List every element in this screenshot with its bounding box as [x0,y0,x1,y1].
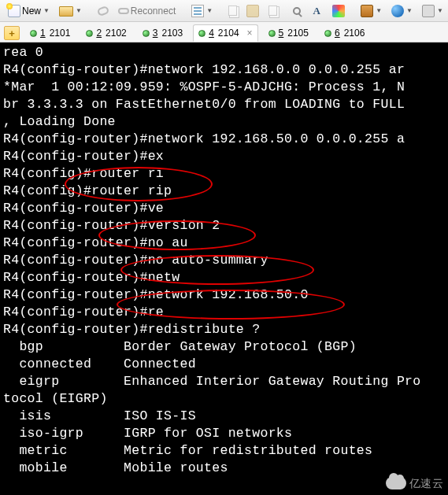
chevron-down-icon: ▼ [437,7,443,14]
color-button[interactable] [328,2,349,20]
tab-session-2104[interactable]: 4 2104× [193,24,257,42]
tab-label: 2101 [50,28,71,39]
watermark: 亿速云 [386,475,443,492]
reconnect-icon [118,8,129,14]
font-icon: A [310,5,323,17]
add-tab-button[interactable]: + [4,26,20,40]
list-button[interactable]: ▼ [187,2,217,20]
font-button[interactable]: A [306,2,327,20]
status-dot-icon [143,30,150,37]
package-button[interactable]: ▼ [357,2,386,20]
tab-bar: + 1 21012 21023 21034 2104×5 21056 2106 [0,22,448,42]
status-dot-icon [30,30,37,37]
status-dot-icon [268,30,276,37]
globe-button[interactable]: ▼ [387,2,417,20]
terminal-text: rea 0 R4(config-router)#network 192.168.… [3,44,445,477]
link-icon [97,5,110,16]
close-tab-icon[interactable]: × [247,28,253,39]
package-icon [361,5,373,17]
tab-session-2105[interactable]: 5 2105 [263,24,314,42]
copy-icon [228,6,237,16]
paste-button[interactable] [243,2,263,20]
status-dot-icon [86,30,93,37]
status-dot-icon [198,30,205,37]
tab-label: 2102 [106,28,127,39]
status-dot-icon [324,30,331,37]
tab-label: 2104 [218,28,239,39]
globe-icon [391,5,404,17]
cloud-icon [386,477,406,489]
folder-open-icon [59,6,73,17]
tab-index: 5 [279,28,284,39]
tab-label: 2105 [287,28,309,39]
chevron-down-icon: ▼ [376,7,382,14]
chevron-down-icon: ▼ [406,7,413,14]
reconnect-button[interactable]: Reconnect [114,3,180,19]
tab-session-2102[interactable]: 2 2102 [80,24,131,42]
tab-index: 3 [153,28,158,39]
tab-session-2106[interactable]: 6 2106 [319,24,370,42]
new-file-icon [8,5,20,17]
copy-button[interactable] [224,3,241,18]
copy-icon [268,6,277,16]
find-button[interactable] [289,5,305,17]
tab-index: 6 [335,28,340,39]
chevron-down-icon: ▼ [76,7,82,14]
reconnect-label: Reconnect [131,6,176,17]
clipboard-icon [422,5,435,17]
tab-label: 2106 [344,28,365,39]
clipboard-button[interactable]: ▼ [418,2,447,20]
copy2-button[interactable] [265,3,281,18]
tab-session-2103[interactable]: 3 2103 [137,24,188,42]
chevron-down-icon: ▼ [43,7,50,14]
color-icon [332,5,345,17]
tab-session-2101[interactable]: 1 2101 [24,24,76,42]
new-label: New [22,6,41,17]
open-button[interactable]: ▼ [55,2,86,19]
tab-label: 2103 [161,28,183,39]
tab-index: 1 [40,28,46,39]
connect-button[interactable] [94,5,113,17]
chevron-down-icon: ▼ [206,7,213,14]
new-button[interactable]: New ▼ [4,2,54,20]
paste-icon [246,5,259,17]
terminal-output[interactable]: rea 0 R4(config-router)#network 192.168.… [0,42,448,495]
tab-index: 2 [96,28,102,39]
main-toolbar: New ▼ ▼ Reconnect ▼ A ▼ ▼ ▼ ▼ [0,0,448,22]
list-icon [191,5,204,17]
watermark-text: 亿速云 [409,475,443,492]
tab-index: 4 [209,28,214,39]
search-icon [293,7,301,15]
